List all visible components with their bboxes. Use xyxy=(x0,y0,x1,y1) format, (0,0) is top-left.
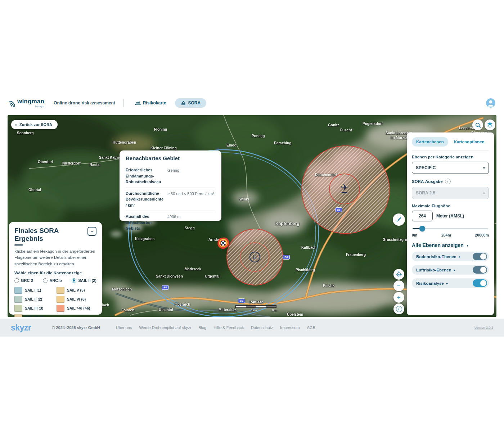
legend-swatch xyxy=(57,296,64,303)
brand-subtitle: by skyzr xyxy=(35,105,44,108)
plus-icon: + xyxy=(397,294,401,301)
layer-toggle-row[interactable]: Luftrisiko-Ebenen ▸ xyxy=(412,265,489,275)
airport-plane-icon: ✈ xyxy=(341,183,348,192)
legend-swatch xyxy=(14,296,22,303)
nav-sora[interactable]: SORA xyxy=(175,98,207,108)
choose-display-label: Wähle einen für die Kartenanzeige xyxy=(14,271,96,275)
layer-toggle-row[interactable]: Risikoanalyse ▸ xyxy=(412,278,489,288)
legend-item: SAIL III (3) xyxy=(14,305,54,312)
legend-swatch xyxy=(57,287,64,294)
chevron-down-icon: ▾ xyxy=(467,243,468,247)
radio-circle[interactable] xyxy=(14,278,19,283)
layers-icon xyxy=(487,122,493,128)
chevron-right-icon: ▸ xyxy=(459,255,461,258)
map-place-label: Ponegg xyxy=(252,134,265,138)
zoom-out-button[interactable]: − xyxy=(393,280,404,291)
footer-link[interactable]: Blog xyxy=(198,325,206,330)
map-place-label: Sonnberg xyxy=(17,131,34,135)
chevron-down-icon: ▾ xyxy=(483,191,485,195)
heliport-marker[interactable]: H xyxy=(249,252,260,262)
footer-link[interactable]: Impressum xyxy=(280,325,300,330)
version-link[interactable]: Version 2.0.3 xyxy=(474,326,493,329)
map-place-label: Pischkberg xyxy=(296,268,315,272)
all-layers-header[interactable]: Alle Ebenen anzeigen ▾ xyxy=(412,242,489,248)
map-search-button[interactable] xyxy=(472,120,483,130)
info-icon[interactable]: i xyxy=(445,179,451,184)
slider-thumb[interactable] xyxy=(419,226,425,231)
layer-toggle-switch[interactable] xyxy=(473,266,487,274)
map-info-button[interactable]: i xyxy=(393,303,404,314)
map-place-label: Huttengraben xyxy=(113,140,136,144)
drone-operation-marker[interactable] xyxy=(216,237,230,252)
footer-link[interactable]: AGB xyxy=(307,325,315,330)
legend-item: SAIL VI (6) xyxy=(57,296,96,303)
header-divider xyxy=(123,99,123,107)
panel-tab[interactable]: Kartenebenen xyxy=(412,137,448,147)
road-badge: S6 xyxy=(335,207,342,212)
map-scale-bar: 1:48 332 0 1km 2km xyxy=(234,300,278,312)
footer-link[interactable]: Über uns xyxy=(116,325,132,330)
info-icon: i xyxy=(396,306,402,312)
layer-toggle-switch[interactable] xyxy=(473,253,487,260)
map-canvas[interactable]: Sonnberg Oberdorf Niederdorf Rastal Sank… xyxy=(8,115,496,317)
map-place-label: Parschlug xyxy=(274,141,291,145)
map-place-label: Kaltbach xyxy=(301,246,316,249)
main-nav: Risikokarte SORA xyxy=(131,98,206,108)
skyzr-logo[interactable]: skyzr xyxy=(11,323,31,333)
radio-option[interactable]: SAIL II (2) xyxy=(72,278,96,283)
legend-item: SAIL >VI (>6) xyxy=(57,305,96,312)
popup-row: Durchschnittliche Bevölkerungsdichte / k… xyxy=(126,188,215,211)
user-icon xyxy=(486,98,495,108)
layer-toggle-switch[interactable] xyxy=(473,279,487,287)
popup-title: Benachbartes Gebiet xyxy=(126,155,215,161)
radio-option[interactable]: ARC-b xyxy=(43,278,62,283)
radio-option[interactable]: GRC 3 xyxy=(14,278,33,283)
map-place-label: Urgental xyxy=(205,274,220,278)
map-place-label: Kleiner Flöning xyxy=(150,146,177,150)
zoom-in-button[interactable]: + xyxy=(393,292,404,303)
locate-me-button[interactable] xyxy=(393,269,404,280)
altitude-slider[interactable] xyxy=(413,226,488,231)
back-to-sora-button[interactable]: ‹ Zurück zur SORA xyxy=(11,120,58,129)
altitude-input[interactable] xyxy=(412,211,433,221)
minimize-icon: – xyxy=(91,229,93,234)
map-place-label: Frauenberg xyxy=(346,253,366,257)
sora-version-select[interactable]: SORA 2.5 ▾ xyxy=(412,187,489,199)
layer-toggle-list: Bodenrisiko-Ebenen ▸ Luftrisiko-Ebenen ▸ xyxy=(412,252,489,288)
sora-icon xyxy=(181,101,186,105)
altitude-unit: Meter (AMSL) xyxy=(436,213,464,219)
minus-icon: − xyxy=(397,283,401,289)
slider-tick-labels: 0m 264m 20000m xyxy=(412,233,489,237)
nav-label: SORA xyxy=(188,100,201,105)
legend-item: SAIL I (1) xyxy=(14,287,54,294)
footer-links: Über uns Werde Drohnenpilot auf skyzr Bl… xyxy=(116,325,315,330)
radio-circle[interactable] xyxy=(72,278,76,283)
panel-tab[interactable]: Kartenoptionen xyxy=(450,137,489,147)
user-avatar[interactable] xyxy=(486,98,495,108)
footer-link[interactable]: Datenschutz xyxy=(251,325,273,330)
radio-circle[interactable] xyxy=(43,278,48,283)
max-altitude-label: Maximale Flughöhe xyxy=(412,204,489,208)
footer-link[interactable]: Werde Drohnenpilot auf skyzr xyxy=(139,325,191,330)
legend-item: SAIL V (5) xyxy=(57,287,96,294)
panel-title: Finales SORA Ergebnis xyxy=(14,227,87,243)
wingman-logo[interactable]: wingman by skyzr xyxy=(9,98,44,108)
heliport-letter: H xyxy=(253,254,257,260)
locate-icon xyxy=(396,271,402,278)
collapse-panel-button[interactable]: – xyxy=(87,227,96,236)
wingman-app: wingman by skyzr Online drone risk asses… xyxy=(0,94,504,112)
map-place-label: Madereck xyxy=(185,267,201,271)
layer-toggle-row[interactable]: Bodenrisiko-Ebenen ▸ xyxy=(412,252,489,261)
legend-swatch xyxy=(57,305,64,312)
search-icon xyxy=(475,122,481,128)
chevron-left-icon: ‹ xyxy=(15,122,17,127)
map-place-label: Gonitz xyxy=(328,123,339,127)
map-layers-button[interactable] xyxy=(485,120,495,130)
toggle-knob xyxy=(480,267,486,273)
map-place-label: Foirach xyxy=(121,308,134,312)
category-select[interactable]: SPECIFIC ▾ xyxy=(412,162,489,174)
nav-risikokarte[interactable]: Risikokarte xyxy=(131,98,170,108)
footer-link[interactable]: Hilfe & Feedback xyxy=(213,325,244,330)
draw-edit-button[interactable] xyxy=(393,213,405,226)
title-accent xyxy=(14,244,23,246)
